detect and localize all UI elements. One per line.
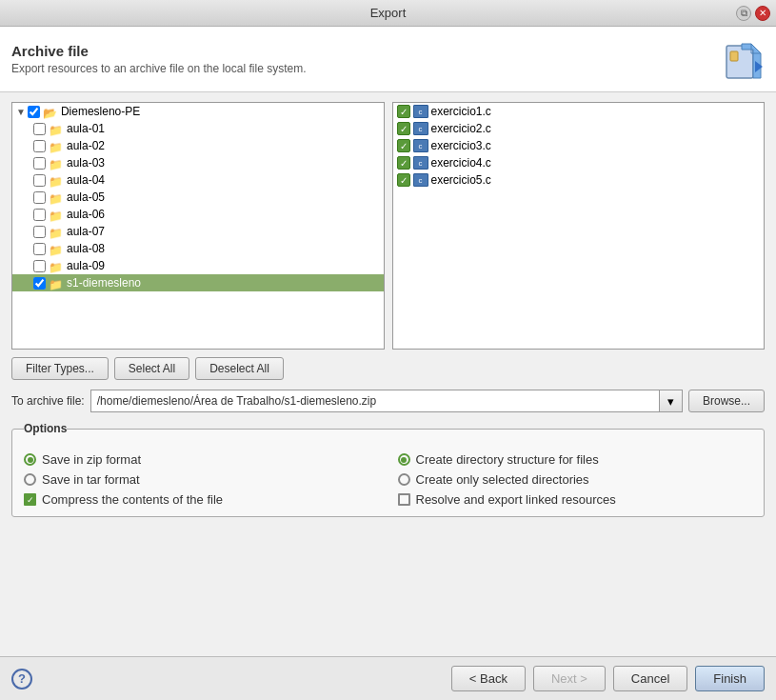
file-c-icon: c: [413, 156, 428, 170]
option-label: Create only selected directories: [416, 472, 589, 487]
help-button[interactable]: ?: [11, 669, 32, 690]
check-icon: ✓: [397, 156, 410, 170]
radio-checked[interactable]: [398, 453, 410, 466]
folder-closed-icon: [49, 157, 64, 170]
left-tree-item[interactable]: aula-03: [12, 154, 384, 171]
checkbox-unchecked[interactable]: [398, 493, 410, 506]
title-bar-text: Export: [370, 6, 407, 20]
back-button[interactable]: < Back: [451, 666, 526, 691]
left-tree-item[interactable]: aula-07: [12, 223, 384, 240]
select-all-button[interactable]: Select All: [114, 357, 189, 380]
option-item[interactable]: Create only selected directories: [398, 472, 753, 487]
page-description: Export resources to an archive file on t…: [11, 62, 306, 75]
bottom-bar: ? < Back Next > Cancel Finish: [0, 656, 776, 700]
file-c-icon: c: [413, 139, 428, 152]
tree-item-label: aula-05: [67, 190, 105, 204]
folder-closed-icon: [49, 226, 64, 238]
tree-item-checkbox[interactable]: [33, 174, 46, 187]
tree-item-checkbox[interactable]: [33, 157, 46, 170]
tree-item-checkbox[interactable]: [33, 277, 46, 290]
option-label: Save in tar format: [42, 472, 140, 487]
tree-item-checkbox[interactable]: [33, 260, 46, 272]
radio-checked[interactable]: [24, 453, 36, 466]
option-item[interactable]: Create directory structure for files: [398, 452, 753, 467]
left-tree-item[interactable]: aula-08: [12, 240, 384, 257]
tree-item-checkbox[interactable]: [33, 140, 46, 152]
file-label: exercicio2.c: [431, 122, 491, 135]
finish-button[interactable]: Finish: [695, 666, 765, 691]
archive-input[interactable]: [91, 390, 659, 411]
left-tree-panel[interactable]: ▼ Diemesleno-PE aula-01 aula-02 aula-03 …: [11, 102, 385, 350]
options-title: Options: [24, 422, 67, 435]
left-tree-item[interactable]: aula-04: [12, 171, 384, 189]
left-tree-item[interactable]: aula-06: [12, 206, 384, 223]
browse-button[interactable]: Browse...: [688, 390, 765, 412]
tree-root[interactable]: ▼ Diemesleno-PE: [12, 103, 384, 120]
tree-item-checkbox[interactable]: [33, 243, 46, 255]
next-button[interactable]: Next >: [533, 666, 606, 691]
folder-closed-icon: [49, 277, 64, 290]
file-c-icon: c: [413, 122, 428, 135]
root-label: Diemesleno-PE: [61, 105, 140, 118]
left-tree-item[interactable]: aula-01: [12, 120, 384, 137]
file-label: exercicio1.c: [431, 105, 491, 118]
tree-item-label: aula-04: [67, 173, 105, 187]
svg-rect-0: [726, 46, 753, 78]
tree-item-label: s1-diemesleno: [67, 276, 141, 290]
restore-button[interactable]: ⧉: [736, 6, 751, 21]
right-tree-item[interactable]: ✓ c exercicio3.c: [393, 137, 765, 154]
header-text: Archive file Export resources to an arch…: [11, 43, 306, 75]
option-item[interactable]: Resolve and export linked resources: [398, 492, 753, 507]
tree-item-label: aula-09: [67, 259, 105, 272]
radio-unchecked[interactable]: [398, 473, 410, 486]
left-tree-item[interactable]: s1-diemesleno: [12, 274, 384, 291]
deselect-all-button[interactable]: Deselect All: [195, 357, 284, 380]
option-item[interactable]: Compress the contents of the file: [24, 492, 379, 507]
left-tree-item[interactable]: aula-02: [12, 137, 384, 154]
right-tree-panel[interactable]: ✓ c exercicio1.c ✓ c exercicio2.c ✓ c ex…: [392, 102, 766, 350]
file-c-icon: c: [413, 105, 428, 118]
root-checkbox[interactable]: [28, 106, 40, 118]
option-item[interactable]: Save in zip format: [24, 452, 379, 467]
buttons-row: Filter Types... Select All Deselect All: [11, 357, 765, 380]
option-label: Create directory structure for files: [416, 452, 599, 467]
left-tree-item[interactable]: aula-05: [12, 189, 384, 206]
main-content: ▼ Diemesleno-PE aula-01 aula-02 aula-03 …: [0, 92, 776, 656]
tree-item-checkbox[interactable]: [33, 226, 46, 238]
right-tree-item[interactable]: ✓ c exercicio4.c: [393, 154, 765, 171]
cancel-button[interactable]: Cancel: [613, 666, 687, 691]
option-label: Resolve and export linked resources: [416, 492, 616, 507]
expand-arrow: ▼: [16, 107, 26, 117]
folder-open-icon: [43, 106, 58, 118]
checkbox-checked[interactable]: [24, 493, 36, 506]
tree-item-checkbox[interactable]: [33, 209, 46, 221]
tree-item-label: aula-01: [67, 122, 105, 135]
filter-types-button[interactable]: Filter Types...: [11, 357, 109, 380]
close-button[interactable]: ✕: [755, 6, 770, 21]
file-label: exercicio4.c: [431, 156, 491, 170]
tree-item-label: aula-03: [67, 156, 105, 170]
radio-unchecked[interactable]: [24, 473, 36, 486]
tree-item-checkbox[interactable]: [33, 191, 46, 204]
tree-item-label: aula-07: [67, 225, 105, 238]
tree-item-label: aula-06: [67, 208, 105, 221]
archive-label: To archive file:: [11, 394, 85, 408]
folder-closed-icon: [49, 209, 64, 221]
header: Archive file Export resources to an arch…: [0, 27, 776, 92]
tree-item-checkbox[interactable]: [33, 123, 46, 135]
option-item[interactable]: Save in tar format: [24, 472, 379, 487]
right-tree-item[interactable]: ✓ c exercicio5.c: [393, 171, 765, 189]
check-icon: ✓: [397, 122, 410, 135]
options-grid: Save in zip formatCreate directory struc…: [24, 452, 752, 507]
check-icon: ✓: [397, 139, 410, 152]
folder-closed-icon: [49, 140, 64, 152]
folder-closed-icon: [49, 174, 64, 187]
archive-input-wrap: ▾: [90, 390, 683, 412]
archive-row: To archive file: ▾ Browse...: [11, 390, 765, 412]
right-tree-item[interactable]: ✓ c exercicio1.c: [393, 103, 765, 120]
left-tree-item[interactable]: aula-09: [12, 257, 384, 274]
right-tree-items: ✓ c exercicio1.c ✓ c exercicio2.c ✓ c ex…: [393, 103, 765, 189]
folder-closed-icon: [49, 191, 64, 204]
right-tree-item[interactable]: ✓ c exercicio2.c: [393, 120, 765, 137]
archive-dropdown-button[interactable]: ▾: [659, 390, 682, 411]
